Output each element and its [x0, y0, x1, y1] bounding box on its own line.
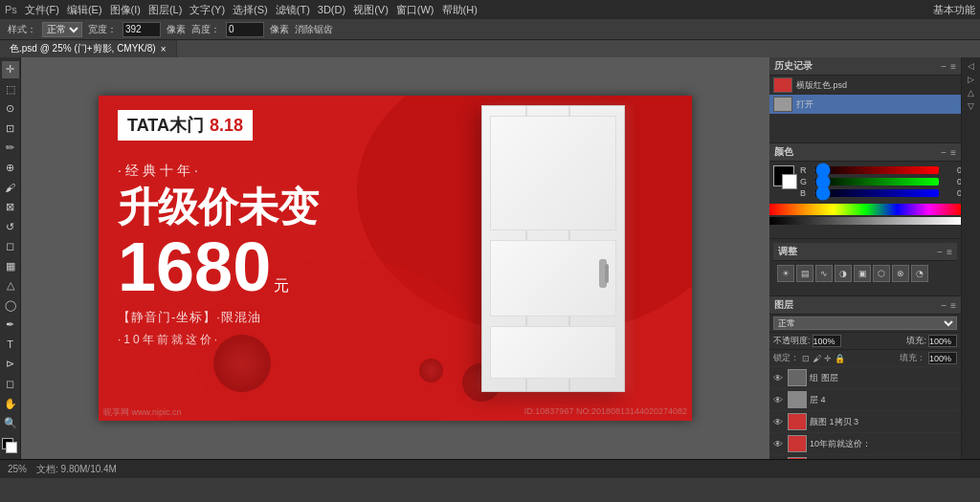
zoom-tool[interactable]: 🔍	[2, 415, 19, 432]
layer-vis-group[interactable]: 👁	[773, 373, 785, 383]
tab-close[interactable]: ×	[161, 44, 167, 55]
eyedrop-tool[interactable]: ✏	[2, 140, 19, 157]
right-tool-3[interactable]: △	[967, 87, 975, 98]
fill-input[interactable]	[928, 335, 957, 347]
adjust-brightness[interactable]: ☀	[777, 265, 794, 282]
blur-tool[interactable]: △	[2, 277, 19, 295]
menu-type[interactable]: 文字(Y)	[189, 3, 225, 17]
layer-vis-10yr[interactable]: 👁	[773, 439, 785, 449]
menu-file[interactable]: 文件(F)	[25, 3, 59, 17]
style-select[interactable]: 正常	[42, 22, 82, 37]
layers-panel: 图层 − ≡ 正常 不透明度: 填充: 锁定： ⊡	[769, 296, 961, 459]
ad-canvas: TATA木门 8.18 ·经典十年· 升级价未变 1680 元 【静音门-坐标】…	[99, 96, 692, 421]
layer-mode-select[interactable]: 正常	[773, 316, 957, 330]
menu-3d[interactable]: 3D(D)	[318, 4, 345, 15]
height-input[interactable]	[226, 22, 264, 37]
adjust-menu[interactable]: ≡	[947, 247, 952, 257]
adjust-levels[interactable]: ▤	[796, 265, 813, 282]
history-panel-controls: − ≡	[941, 61, 956, 72]
path-tool[interactable]: ⊳	[2, 356, 19, 373]
shape-tool[interactable]: ◻	[2, 376, 19, 393]
color-menu[interactable]: ≡	[950, 147, 956, 158]
history-brush[interactable]: ↺	[2, 218, 19, 235]
channel-g-value: 0	[943, 177, 962, 186]
menu-select[interactable]: 选择(S)	[233, 3, 268, 17]
layers-menu[interactable]: ≡	[950, 300, 956, 311]
opacity-input[interactable]	[813, 335, 841, 347]
right-tool-1[interactable]: ◁	[967, 60, 975, 72]
heal-tool[interactable]: ⊕	[2, 160, 19, 177]
layer-item-group[interactable]: 👁 组 图层	[769, 367, 961, 389]
layer-thumb-copy3	[788, 413, 807, 430]
gradient-tool[interactable]: ▦	[2, 257, 19, 274]
canvas-area[interactable]: TATA木门 8.18 ·经典十年· 升级价未变 1680 元 【静音门-坐标】…	[21, 57, 769, 459]
main-area: ✛ ⬚ ⊙ ⊡ ✏ ⊕ 🖌 ⊠ ↺ ◻ ▦ △ ◯ ✒ T ⊳ ◻ ✋ 🔍	[0, 57, 980, 459]
tab-bar: 色.psd @ 25% (门+剪影, CMYK/8) ×	[0, 40, 980, 57]
smooth-label: 消除锯齿	[295, 23, 333, 36]
adjust-bw[interactable]: ◔	[911, 265, 928, 282]
history-panel: 历史记录 − ≡ 横版红色.psd 打开	[769, 57, 961, 143]
layers-minimize[interactable]: −	[941, 300, 947, 311]
lock-transparent[interactable]: ⊡	[802, 354, 810, 363]
menu-window[interactable]: 窗口(W)	[396, 3, 434, 17]
right-tool-2[interactable]: ▷	[967, 74, 975, 85]
color-panel-controls: − ≡	[941, 147, 956, 158]
layer-item-10yr[interactable]: 👁 10年前就这价：	[769, 433, 961, 455]
opacity-row: 不透明度: 填充:	[769, 333, 961, 350]
color-minimize[interactable]: −	[941, 147, 947, 158]
lock-position[interactable]: ✛	[824, 354, 832, 363]
lock-image[interactable]: 🖌	[813, 354, 821, 363]
layer-item-copy3[interactable]: 👁 颜图 1拷贝 3	[769, 411, 961, 433]
menu-view[interactable]: 视图(V)	[353, 3, 389, 17]
tab-main[interactable]: 色.psd @ 25% (门+剪影, CMYK/8) ×	[0, 40, 177, 57]
select-tool[interactable]: ⬚	[2, 81, 19, 98]
stamp-tool[interactable]: ⊠	[2, 199, 19, 216]
menu-filter[interactable]: 滤镜(T)	[276, 3, 310, 17]
history-item-0[interactable]: 横版红色.psd	[769, 76, 961, 95]
menu-edit[interactable]: 编辑(E)	[67, 3, 102, 17]
brush-tool[interactable]: 🖌	[2, 179, 19, 196]
color-panel-header: 颜色 − ≡	[769, 143, 961, 162]
move-tool[interactable]: ✛	[2, 61, 19, 78]
lasso-tool[interactable]: ⊙	[2, 100, 19, 118]
eraser-tool[interactable]: ◻	[2, 238, 19, 255]
layer-vis-copy3[interactable]: 👁	[773, 417, 785, 427]
adjust-hsl[interactable]: ⬡	[873, 265, 890, 282]
adjust-exposure[interactable]: ◑	[835, 265, 852, 282]
menu-layer[interactable]: 图层(L)	[148, 3, 182, 17]
type-tool[interactable]: T	[2, 337, 19, 354]
layer-thumb-group	[788, 369, 807, 386]
adjust-icons: ☀ ▤ ∿ ◑ ▣ ⬡ ⊗ ◔	[773, 261, 957, 286]
right-tool-4[interactable]: ▽	[967, 100, 975, 112]
foreground-color[interactable]	[2, 438, 19, 455]
layer-item-4[interactable]: 👁 层 4	[769, 389, 961, 411]
pen-tool[interactable]: ✒	[2, 316, 19, 334]
layer-fill-input[interactable]	[928, 352, 957, 364]
dodge-tool[interactable]: ◯	[2, 297, 19, 315]
adjust-minimize[interactable]: −	[937, 247, 943, 257]
layer-item-quiet[interactable]: 👁 【静音门-坐标】弹...	[769, 455, 961, 459]
workspace-label[interactable]: 基本功能	[933, 3, 975, 17]
width-input[interactable]	[122, 22, 161, 37]
history-minimize[interactable]: −	[941, 61, 947, 72]
color-gradient-bar[interactable]	[769, 204, 961, 215]
gray-gradient-bar[interactable]	[769, 217, 961, 225]
menu-image[interactable]: 图像(I)	[110, 3, 141, 17]
door-panel-top	[490, 116, 616, 230]
channel-r-slider[interactable]	[815, 166, 939, 174]
adjust-vibrance[interactable]: ▣	[854, 265, 871, 282]
hand-tool[interactable]: ✋	[2, 395, 19, 412]
crop-tool[interactable]: ⊡	[2, 120, 19, 138]
history-menu[interactable]: ≡	[950, 61, 956, 72]
adjust-colorbal[interactable]: ⊗	[892, 265, 909, 282]
channel-b-slider[interactable]	[815, 189, 939, 197]
adjust-curves[interactable]: ∿	[815, 265, 833, 282]
history-item-1[interactable]: 打开	[769, 95, 961, 114]
menu-help[interactable]: 帮助(H)	[442, 3, 478, 17]
channel-g-slider[interactable]	[815, 178, 939, 186]
history-name-1: 打开	[796, 98, 957, 111]
layer-vis-4[interactable]: 👁	[773, 395, 785, 405]
layer-name-group: 组 图层	[810, 372, 957, 384]
color-panel-title: 颜色	[774, 145, 793, 159]
lock-all[interactable]: 🔒	[835, 354, 845, 363]
